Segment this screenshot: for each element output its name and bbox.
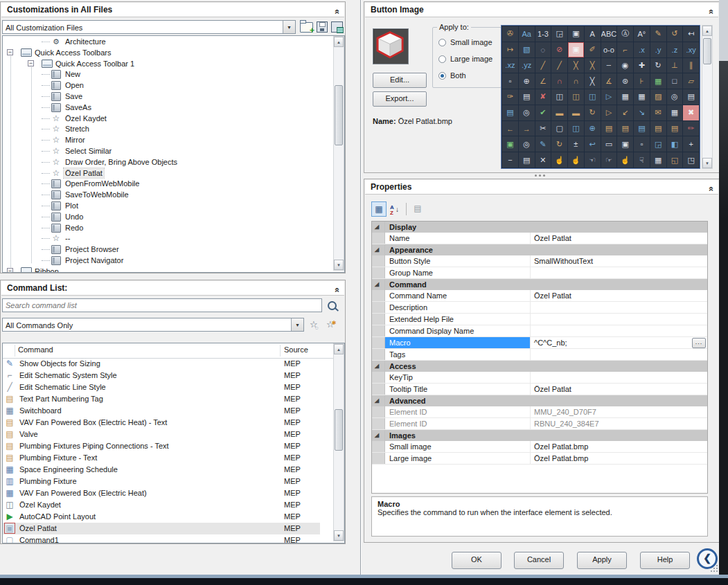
palette-icon-55[interactable]: ▦ [617,89,633,105]
property-value[interactable]: Özel Patlat [531,233,707,244]
scroll-down-icon[interactable]: ▼ [702,158,712,168]
tree-item-project-browser[interactable]: Project Browser [3,244,332,255]
palette-icon-25[interactable]: .yz [519,58,535,73]
save-customization-icon[interactable] [317,21,328,33]
tree-item-project-navigator[interactable]: Project Navigator [3,255,332,266]
column-source[interactable]: Source [284,345,308,354]
property-value[interactable] [531,372,707,383]
palette-scrollbar[interactable]: ▲ ▼ [702,25,713,169]
palette-icon-53[interactable]: ◫ [585,89,601,105]
palette-icon-79[interactable]: ▤ [617,121,633,136]
palette-icon-26[interactable]: ╱ [535,58,551,73]
palette-icon-30[interactable]: ┄ [601,58,617,73]
tree-item-mirror[interactable]: ☆Mirror [3,134,332,145]
palette-icon-85[interactable]: ◎ [519,136,535,152]
command-row-edit-schematic-line-style[interactable]: ╱Edit Schematic Line StyleMEP [3,381,320,393]
palette-icon-34[interactable]: ⊥ [667,58,683,73]
scroll-down-icon[interactable]: ▼ [334,530,344,541]
tree-expand-toggle[interactable]: − [28,60,34,66]
palette-icon-86[interactable]: ✎ [535,136,551,152]
property-value[interactable]: RBNU_240_384E7 [531,418,707,429]
edit-button[interactable]: Edit... [373,73,427,88]
radio-small-image-label[interactable]: Small image [450,38,492,46]
property-row-description[interactable]: Description [372,302,707,314]
tree-item-save[interactable]: Save [3,91,332,102]
palette-scrollbar-thumb[interactable] [703,38,711,64]
palette-icon-54[interactable]: ▷ [601,89,617,105]
collapse-triangle-icon[interactable]: ◢ [375,244,379,255]
property-category-images[interactable]: ◢Images [372,430,707,441]
palette-icon-5[interactable]: A [585,26,601,42]
collapse-triangle-icon[interactable]: ◢ [375,279,379,290]
palette-icon-96[interactable]: − [502,152,518,168]
palette-icon-22[interactable]: .z [667,42,683,57]
palette-icon-48[interactable]: ✑ [502,89,518,105]
tree-item-item[interactable]: ☆-- [3,233,332,244]
palette-icon-76[interactable]: ◫ [568,121,584,136]
palette-icon-45[interactable]: ▦ [650,73,666,89]
command-row-plumbing-fixtures-piping-connections-text[interactable]: ▤Plumbing Fixtures Piping Connections - … [3,440,320,452]
command-row-edit-schematic-system-style[interactable]: ⌐Edit Schematic System StyleMEP [3,370,320,381]
palette-icon-17[interactable]: ✐ [585,42,601,57]
property-value[interactable] [531,325,707,336]
palette-icon-82[interactable]: ▤ [667,121,683,136]
collapse-triangle-icon[interactable]: ◢ [375,395,379,406]
command-row-space-engineering-schedule[interactable]: ▦Space Engineering ScheduleMEP [3,464,320,476]
palette-icon-95[interactable]: + [683,136,699,152]
palette-icon-27[interactable]: ╱ [551,58,567,73]
palette-icon-29[interactable]: ╳ [585,58,601,73]
property-row-command-display-name[interactable]: Command Display Name [372,325,707,337]
palette-icon-8[interactable]: A° [634,26,650,42]
tree-item-ribbon[interactable]: −Ribbon [3,266,332,273]
palette-icon-11[interactable]: ↤ [683,26,699,42]
property-value[interactable]: Özel Patlat.bmp [531,441,707,452]
chevron-down-icon[interactable]: ▼ [291,318,303,331]
palette-icon-103[interactable]: ☝ [617,152,633,168]
palette-icon-94[interactable]: ◧ [667,136,683,152]
palette-icon-87[interactable]: ↻ [551,136,567,152]
collapse-triangle-icon[interactable]: ◢ [375,361,379,372]
tree-scrollbar-thumb[interactable] [335,85,343,145]
palette-icon-21[interactable]: .y [650,42,666,57]
chevron-down-icon[interactable]: ▼ [283,21,295,33]
tree-item-saveas[interactable]: SaveAs [3,102,332,113]
categorized-view-button[interactable]: ▦ [371,201,387,217]
command-row-zel-kaydet[interactable]: ◫Özel KaydetMEP [3,499,320,511]
palette-icon-24[interactable]: .xz [502,58,518,73]
palette-icon-71[interactable]: ✖ [683,105,699,120]
property-value[interactable] [531,314,707,325]
column-command[interactable]: Command [18,345,53,354]
palette-icon-44[interactable]: ⊦ [634,73,650,89]
tree-item-undo[interactable]: Undo [3,211,332,222]
property-value[interactable]: Özel Patlat [531,384,707,395]
alphabetical-sort-button[interactable]: A Z ↓ [388,201,403,217]
palette-icon-6[interactable]: ABC [601,26,617,42]
palette-icon-63[interactable]: ▬ [551,105,567,120]
palette-icon-62[interactable]: ✔ [535,105,551,120]
palette-icon-2[interactable]: 1-3 [535,26,551,42]
tree-item-open[interactable]: Open [3,80,332,91]
palette-icon-60[interactable]: ▤ [502,105,518,120]
palette-icon-61[interactable]: ◎ [519,105,535,120]
palette-icon-23[interactable]: .xy [683,42,699,57]
apply-button[interactable]: Apply [577,552,627,569]
palette-icon-100[interactable]: ☝ [568,152,584,168]
tree-item-redo[interactable]: Redo [3,222,332,233]
new-command-star-icon[interactable]: ☆✱ [326,319,339,330]
palette-icon-73[interactable]: → [519,121,535,136]
palette-icon-65[interactable]: ↻ [585,105,601,120]
palette-icon-18[interactable]: o-o [601,42,617,57]
palette-icon-1[interactable]: Aa [519,26,535,42]
tree-expand-toggle[interactable]: − [7,49,13,55]
palette-icon-88[interactable]: ± [568,136,584,152]
command-row-valve[interactable]: ▤ValveMEP [3,429,320,440]
palette-icon-81[interactable]: ▤ [650,121,666,136]
ellipsis-button[interactable]: ... [692,338,706,348]
palette-icon-75[interactable]: ▢ [551,121,567,136]
palette-icon-4[interactable]: ▣ [568,26,584,42]
property-category-appearance[interactable]: ◢Appearance [372,244,707,255]
palette-icon-92[interactable]: ▫ [634,136,650,152]
command-filter-combo[interactable]: All Commands Only ▼ [2,318,304,332]
cancel-button[interactable]: Cancel [514,552,564,569]
property-row-group-name[interactable]: Group Name [372,267,707,279]
